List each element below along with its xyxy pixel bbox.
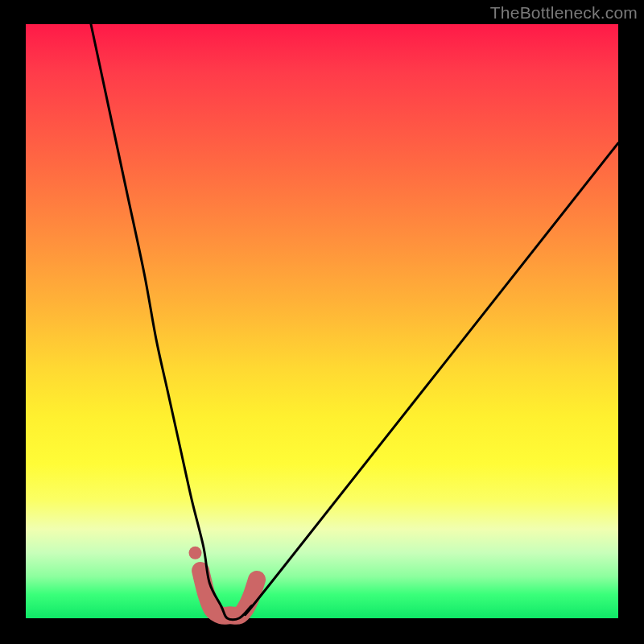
plot-area [26, 24, 618, 618]
chart-frame: TheBottleneck.com [0, 0, 644, 644]
curve-layer [26, 24, 618, 618]
highlight-dot [188, 547, 201, 559]
watermark-text: TheBottleneck.com [490, 3, 638, 23]
bottleneck-curve [91, 24, 618, 620]
